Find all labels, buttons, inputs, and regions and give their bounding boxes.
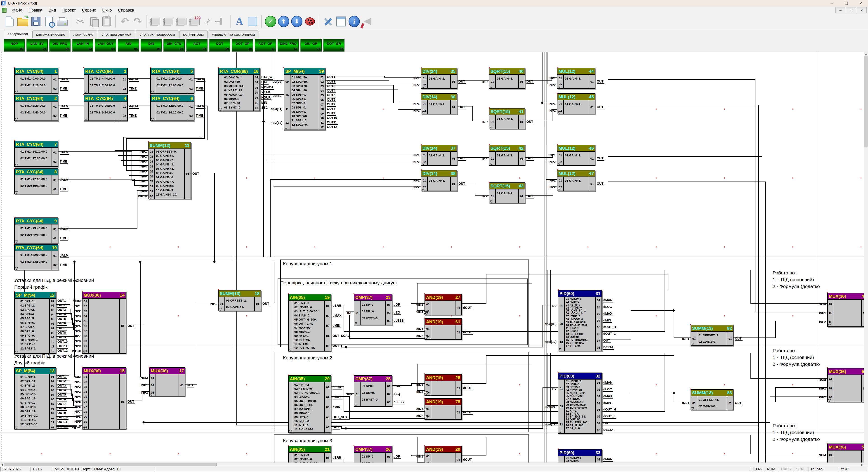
fbd-block-summ13-83[interactable]: SUMM(13)83INP10101 OFFSET=1.02 GAIN1=1.0…	[690, 389, 734, 410]
mdi-restore-icon[interactable]: ❐	[846, 7, 856, 13]
fbd-block-div14-37[interactable]: DIV(14)37INP101INP20201 GAIN=1.01OUT▽	[421, 145, 457, 166]
output-pin[interactable]: 01OUT	[451, 105, 457, 109]
bug-icon[interactable]	[303, 15, 316, 28]
fbd-block-and19-27[interactable]: AND(19)27dIN101dIN20201dOUT▽	[425, 294, 462, 315]
blk-del-icon[interactable]	[176, 15, 188, 28]
input-pin[interactable]: INP101	[557, 102, 563, 105]
palette-block-din_frq[interactable]: DIN_FRQ02	[49, 39, 70, 52]
tab-математические[interactable]: математические	[32, 31, 69, 38]
output-pin[interactable]: 04OUT4	[50, 388, 56, 392]
palette-block-aot_op[interactable]: AOT_OP11	[255, 39, 276, 52]
open-icon[interactable]	[16, 15, 29, 28]
blk-copy-icon[interactable]	[162, 15, 176, 28]
fbd-block-cmp37-23[interactable]: CMP(37)23INP0101 SP=0.02 DB=0.03 HYST=0.…	[354, 294, 392, 325]
scroll-right-icon[interactable]: ▶	[860, 463, 864, 466]
palette-block-din2_frq[interactable]: DIN2_FRQ67	[278, 39, 299, 52]
menu-item-вид[interactable]: Вид	[45, 8, 59, 12]
output-pin[interactable]: 03dLESS	[386, 319, 392, 322]
fbd-block-spm54-13[interactable]: SP_M(54)1301 SP1=11.02 SP2=12.03 SP3=13.…	[14, 367, 56, 430]
palette-block-nop[interactable]: NOP00	[4, 39, 25, 52]
output-pin[interactable]: 01dALM	[52, 227, 58, 231]
input-pin[interactable]: INP102	[83, 380, 88, 384]
output-pin[interactable]: 12OUT12	[319, 125, 325, 129]
fbd-block-and19-75[interactable]: AND(19)75dIN101dIN20201dOUT▽	[425, 398, 462, 420]
rect-icon[interactable]	[246, 15, 259, 28]
palette-block-dot_op[interactable]: DOT_OP10	[232, 39, 253, 52]
input-pin[interactable]: NUM01	[828, 303, 834, 306]
fbd-block-mul12-47[interactable]: MUL(12)47INP101INP20201 GAIN=1.01OUT▽	[557, 170, 595, 191]
horizontal-scroll-thumb[interactable]	[4, 463, 217, 466]
output-pin[interactable]: 11OUT11	[319, 121, 325, 124]
fbd-block-spm54-12[interactable]: SP_M(54)1201 SP1=1.02 SP2=2.03 SP3=3.04 …	[14, 292, 56, 354]
output-pin[interactable]: 01dERR	[325, 456, 331, 460]
input-pin[interactable]: INP101	[421, 102, 427, 105]
input-pin[interactable]: прм(08)09	[558, 405, 564, 408]
output-pin[interactable]: 03OUT3	[50, 308, 56, 312]
output-pin[interactable]: 02TIME	[188, 87, 194, 90]
fbd-block-mux36-51[interactable]: MUX(36)51NUM01INP102INP20301▽	[827, 443, 864, 463]
output-pin[interactable]: 02TIME	[188, 114, 194, 118]
input-pin[interactable]: INP809	[83, 339, 88, 343]
output-pin[interactable]: 06dOUT_L	[596, 332, 601, 336]
output-pin[interactable]: 01dGR	[386, 303, 392, 307]
output-pin[interactable]: 01dMAN	[596, 458, 601, 461]
output-pin[interactable]: 05dOUT_H	[596, 408, 601, 411]
input-pin[interactable]: INP203	[83, 310, 88, 313]
output-pin[interactable]: 02TIME	[52, 237, 58, 240]
preview-icon[interactable]	[42, 15, 56, 28]
fbd-block-rtacyc64-7[interactable]: RTA_CYC(64)701 TM1=14:20:00.002 TM2=17:0…	[14, 141, 58, 167]
input-pin[interactable]: dIN101	[425, 383, 431, 386]
output-pin[interactable]: 01dALM	[121, 78, 127, 81]
output-pin[interactable]: 01dALM	[188, 78, 194, 81]
input-pin[interactable]: INP505	[149, 170, 154, 173]
output-pin[interactable]: 09OUT9	[319, 112, 325, 115]
output-pin[interactable]: 04OUT_SCAL	[325, 416, 331, 419]
input-pin[interactable]: NUM01	[828, 453, 834, 457]
output-pin[interactable]: 03dMAX	[596, 395, 601, 398]
menu-item-проект[interactable]: Проект	[59, 8, 79, 12]
output-pin[interactable]: 12OUT12	[50, 349, 56, 353]
input-pin[interactable]: INP101	[421, 154, 427, 157]
vertical-scrollbar[interactable]: ▲ ▼	[864, 52, 868, 466]
output-pin[interactable]: 01OUT	[589, 157, 595, 160]
input-pin[interactable]: INP01	[489, 80, 495, 84]
output-pin[interactable]: 10OUT10	[50, 416, 56, 419]
menu-item-правка[interactable]: Правка	[25, 8, 45, 12]
input-pin[interactable]: прм(12)13	[558, 340, 564, 344]
output-pin[interactable]: 01OUT	[179, 384, 185, 387]
output-pin[interactable]: 01OUT	[589, 182, 595, 186]
output-pin[interactable]: 02OUT2	[50, 304, 56, 307]
input-pin[interactable]: INP405	[83, 395, 88, 399]
fbd-block-rtacyc64-1[interactable]: RTA_CYC(64)101 TM1=0:00:00.002 TM2=2:20:…	[14, 68, 58, 94]
fbd-block-rtacyc64-2[interactable]: RTA_CYC(64)201 TM1=2:20:00.002 TM2=4:40:…	[14, 95, 58, 121]
fbd-block-sqrt15-41[interactable]: SQRT(15)41INP0101 GAIN=1.01OUT▽	[489, 108, 525, 129]
output-pin[interactable]: 01OUT	[519, 80, 525, 84]
input-pin[interactable]: INP404	[149, 165, 154, 168]
output-pin[interactable]: 01dOUT	[456, 458, 461, 462]
fbd-block-summ13-18[interactable]: SUMM(13)18INP10101 OFFSET=2.02 GAIN1=1.0…	[218, 290, 261, 311]
output-pin[interactable]: 06OUT6	[319, 98, 325, 101]
input-pin[interactable]: прм(08)09	[558, 322, 564, 325]
output-pin[interactable]: 08OUT8	[50, 331, 56, 335]
output-pin[interactable]: 01OUT	[255, 302, 260, 306]
output-pin[interactable]: 01OUT	[589, 80, 595, 84]
fbd-block-sqrt15-42[interactable]: SQRT(15)42INP0101 GAIN=1.01OUT▽	[489, 145, 525, 166]
fbd-block-rtacyc64-9[interactable]: RTA_CYC(64)901 TM1=19:40:00.002 TM2=22:0…	[14, 217, 58, 244]
output-pin[interactable]: 02TIME	[52, 263, 58, 267]
output-pin[interactable]: 01dOUT	[456, 306, 461, 310]
input-pin[interactable]: INP01	[354, 392, 360, 396]
tab-упр-тех-процессом[interactable]: упр. тех. процессом	[135, 31, 179, 38]
input-pin[interactable]: INP01	[489, 120, 495, 124]
output-pin[interactable]: 11OUT11	[50, 420, 56, 424]
output-pin[interactable]: 08OUT8	[50, 407, 56, 410]
output-pin[interactable]: 02dEQ	[386, 311, 392, 314]
fbd-block-mux36-15[interactable]: MUX(36)15NUM01INP102INP203INP304INP405IN…	[82, 367, 126, 430]
output-pin[interactable]: 05OUT	[325, 344, 331, 348]
redo-icon[interactable]	[131, 15, 144, 28]
input-pin[interactable]: INP101	[421, 76, 427, 80]
output-pin[interactable]: 09OUT9	[50, 336, 56, 339]
download-icon[interactable]	[290, 15, 303, 28]
input-pin[interactable]: dIN101	[425, 303, 431, 306]
input-pin[interactable]: dIN101	[425, 327, 431, 331]
fbd-block-summ13-11[interactable]: SUMM(13)11INP101INP202INP303INP404INP505…	[148, 142, 191, 199]
